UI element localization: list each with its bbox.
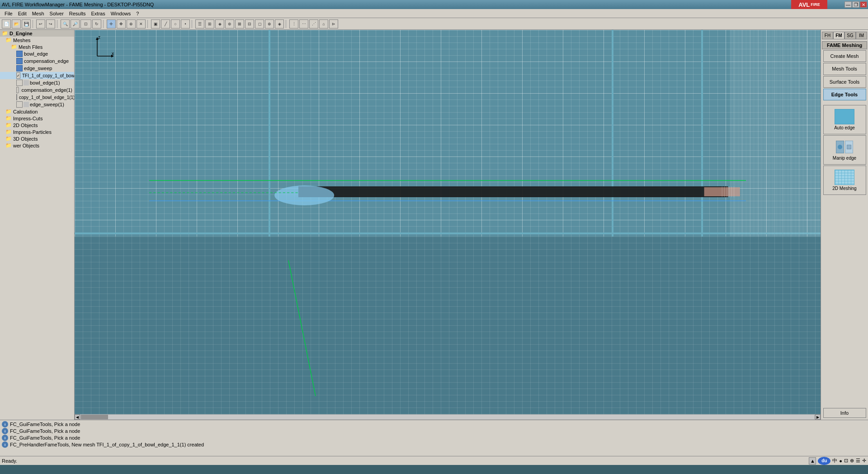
2d-meshing-btn[interactable]: 2D Meshing <box>823 166 866 195</box>
menu-help[interactable]: ? <box>133 10 142 17</box>
menu-solver[interactable]: Solver <box>47 10 66 17</box>
tb-extra7[interactable]: ⊕ <box>265 19 274 28</box>
menu-edit[interactable]: Edit <box>15 10 29 17</box>
tb-snap5[interactable]: ⊳ <box>329 19 338 28</box>
tb-extra2[interactable]: ◈ <box>215 19 224 28</box>
rp-tab-row: FH FM SG IM <box>822 32 867 39</box>
mesh-tools-btn[interactable]: Mesh Tools <box>823 63 866 75</box>
tb-extra3[interactable]: ⊛ <box>225 19 234 28</box>
log-line-4: i FC_PreHandlerFameTools, New mesh TFI_1… <box>2 441 866 448</box>
tree-item-comp-edge-1[interactable]: compensation_edge(1) <box>0 86 74 94</box>
tree-item-bowl-edge[interactable]: bowl_edge <box>0 50 74 57</box>
tb-extra5[interactable]: ⊟ <box>245 19 254 28</box>
2d-meshing-label: 2D Meshing <box>832 186 856 191</box>
tb-redo[interactable]: ↪ <box>46 19 55 28</box>
tree-item-meshes[interactable]: 📁 Meshes <box>0 37 74 43</box>
log-line-3: i FC_GuiFameTools, Pick a node <box>2 435 866 441</box>
tree-item-wer-objects[interactable]: 📁 wer Objects <box>0 142 74 149</box>
tb-copy[interactable]: ⊕ <box>127 19 136 28</box>
tb-line[interactable]: ╱ <box>161 19 170 28</box>
status-icon-zhong[interactable]: 中 <box>832 457 837 464</box>
tb-list[interactable]: ☰ <box>195 19 204 28</box>
tree-item-2d-objects[interactable]: 📁 2D Objects <box>0 122 74 128</box>
status-icon-dot[interactable]: ● <box>839 458 842 464</box>
tb-delete[interactable]: ✕ <box>137 19 146 28</box>
scroll-left-btn[interactable]: ◀ <box>75 414 80 420</box>
viewport-scrollbar[interactable]: ◀ ▶ <box>75 414 821 420</box>
tree-item-mesh-files[interactable]: 📁 Mesh Files <box>0 43 74 50</box>
tb-snap2[interactable]: ⋯ <box>299 19 308 28</box>
tb-fit[interactable]: ⊡ <box>80 19 91 28</box>
tree-item-3d-objects[interactable]: 📁 3D Objects <box>0 135 74 142</box>
tab-sg[interactable]: SG <box>844 32 856 39</box>
tree-item-edge-sweep-1[interactable]: edge_sweep(1) <box>0 101 74 108</box>
vp-hdivider[interactable] <box>75 232 821 234</box>
tb-extra6[interactable]: ◻ <box>255 19 264 28</box>
tb-open[interactable]: 📂 <box>12 19 21 28</box>
scroll-track[interactable] <box>81 415 814 419</box>
scroll-right-btn[interactable]: ▶ <box>815 414 821 420</box>
tree-item-edge-sweep[interactable]: edge_sweep <box>0 65 74 72</box>
tree-item-tfi[interactable]: ✓ TFI_1_of_copy_1_of_bowl_... <box>0 72 74 79</box>
tab-fm[interactable]: FM <box>833 32 844 39</box>
tree-item-copy-bowl[interactable]: copy_1_of_bowl_edge_1(1) <box>0 94 74 101</box>
create-mesh-btn[interactable]: Create Mesh <box>823 50 866 62</box>
tree-item-bowl-edge-1[interactable]: bowl_edge(1) <box>0 79 74 86</box>
tb-rotate[interactable]: ↻ <box>92 19 101 28</box>
scroll-thumb[interactable] <box>81 415 108 419</box>
statusbar-scroll[interactable]: ▲ <box>809 457 816 465</box>
tb-select[interactable]: ✛ <box>107 19 116 28</box>
restore-btn[interactable]: ❐ <box>852 1 859 8</box>
tb-zoom-in[interactable]: 🔍 <box>61 19 70 28</box>
tree-folder-icon: 📁 <box>2 30 8 36</box>
tb-dot[interactable]: • <box>181 19 190 28</box>
tree-checkbox-icon <box>16 80 23 86</box>
auto-edge-btn[interactable]: Auto edge <box>823 105 866 134</box>
tree-item-compensation-edge[interactable]: compensation_edge <box>0 57 74 65</box>
menu-windows[interactable]: Windows <box>108 10 134 17</box>
tb-snap4[interactable]: ⌂ <box>319 19 328 28</box>
tree-folder-icon: 📁 <box>11 44 17 50</box>
tree-item-calculation[interactable]: 📁 Calculation <box>0 108 74 115</box>
tb-box[interactable]: ▣ <box>151 19 160 28</box>
tb-move[interactable]: ✥ <box>117 19 126 28</box>
status-icon-box[interactable]: ⊡ <box>844 458 848 464</box>
tree-item-impress-cuts[interactable]: 📁 Impress-Cuts <box>0 115 74 122</box>
tree-item-impress-particles[interactable]: 📁 Impress-Particles <box>0 128 74 135</box>
info-btn[interactable]: Info <box>823 408 866 418</box>
menu-mesh[interactable]: Mesh <box>29 10 47 17</box>
toolbar: 📄 📂 💾 ↩ ↪ 🔍 🔎 ⊡ ↻ ✛ ✥ ⊕ ✕ ▣ ╱ ○ • ☰ ⊞ ◈ … <box>0 18 868 30</box>
menu-file[interactable]: File <box>2 10 15 17</box>
status-icon-cross[interactable]: ✛ <box>862 458 866 464</box>
edge-tools-btn[interactable]: Edge Tools <box>823 89 866 100</box>
window-controls: — ❐ ✕ <box>844 1 867 8</box>
svg-point-9 <box>274 185 334 205</box>
viewport[interactable]: z x <box>75 30 821 420</box>
tab-fh[interactable]: FH <box>822 32 833 39</box>
tb-undo[interactable]: ↩ <box>36 19 45 28</box>
status-icon-plus[interactable]: ⊕ <box>850 458 854 464</box>
menu-extras[interactable]: Extras <box>88 10 108 17</box>
tree-item-d-engine[interactable]: 📁 D_Engine <box>0 30 74 37</box>
tree-label: Calculation <box>13 109 38 114</box>
tb-extra8[interactable]: ◈ <box>275 19 284 28</box>
tb-snap3[interactable]: ⋰ <box>309 19 318 28</box>
minimize-btn[interactable]: — <box>844 1 852 8</box>
manip-edge-btn[interactable]: Manip edge <box>823 135 866 165</box>
tb-extra1[interactable]: ⊞ <box>205 19 214 28</box>
status-icon-grid[interactable]: ☰ <box>856 458 860 464</box>
tb-snap1[interactable]: ⋮ <box>289 19 298 28</box>
tb-extra4[interactable]: ⊠ <box>235 19 244 28</box>
tb-save[interactable]: 💾 <box>22 19 31 28</box>
close-btn[interactable]: ✕ <box>860 1 867 8</box>
tb-circle[interactable]: ○ <box>171 19 180 28</box>
log-text-4: FC_PreHandlerFameTools, New mesh TFI_1_o… <box>10 442 204 447</box>
status-log: i FC_GuiFameTools, Pick a node i FC_GuiF… <box>0 420 868 456</box>
tb-new[interactable]: 📄 <box>2 19 11 28</box>
tree-icon-small <box>24 102 29 107</box>
tree-checkbox-icon: ✓ <box>16 72 20 79</box>
menu-results[interactable]: Results <box>66 10 89 17</box>
tab-im[interactable]: IM <box>856 32 867 39</box>
surface-tools-btn[interactable]: Surface Tools <box>823 76 866 88</box>
tb-zoom-out[interactable]: 🔎 <box>71 19 80 28</box>
